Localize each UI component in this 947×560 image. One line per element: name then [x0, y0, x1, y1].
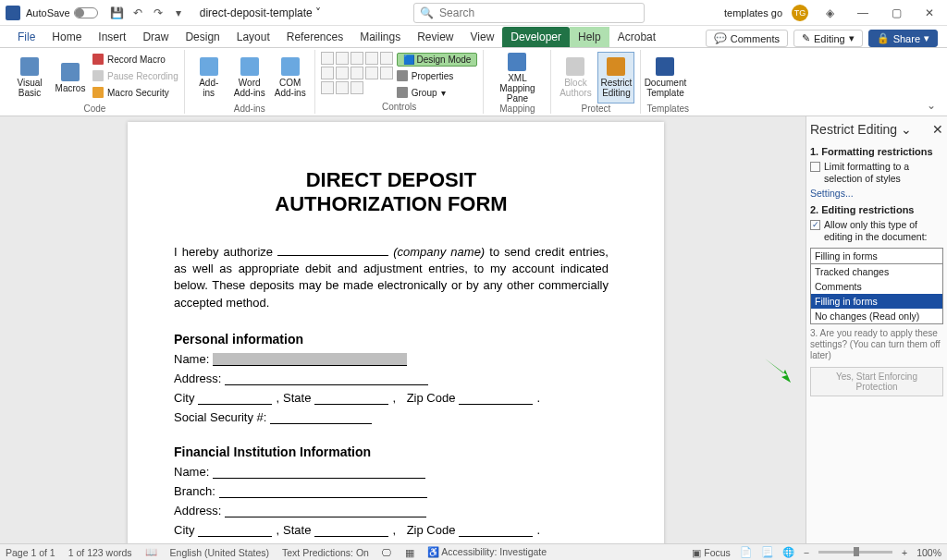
group-code: Visual Basic Macros Record Macro Pause R… — [6, 50, 185, 114]
group-button[interactable]: Group ▾ — [397, 85, 478, 100]
com-addins-button[interactable]: COM Add-ins — [272, 52, 309, 103]
tab-file[interactable]: File — [9, 27, 43, 47]
green-arrow-annotation — [763, 357, 794, 384]
diamond-icon[interactable]: ◈ — [818, 4, 842, 22]
fi-address-field[interactable] — [225, 517, 426, 517]
editing-type-dropdown[interactable]: Filling in forms▾ Tracked changes Commen… — [810, 248, 943, 324]
option-comments[interactable]: Comments — [811, 279, 942, 294]
zip-field[interactable] — [459, 404, 533, 405]
pane-dropdown-icon[interactable]: ⌄ — [901, 122, 912, 137]
limit-formatting-checkbox[interactable]: Limit formatting to a selection of style… — [810, 161, 943, 184]
tab-insert[interactable]: Insert — [90, 27, 134, 47]
toggle-switch-icon[interactable] — [74, 7, 98, 18]
addins-button[interactable]: Add- ins — [191, 52, 228, 103]
view-read-icon[interactable]: 📄 — [740, 546, 752, 558]
spellcheck-icon[interactable]: 📖 — [145, 546, 157, 558]
properties-button[interactable]: Properties — [397, 68, 478, 83]
tab-acrobat[interactable]: Acrobat — [609, 27, 664, 47]
share-button[interactable]: 🔒 Share ▾ — [868, 30, 938, 47]
address-field[interactable] — [225, 384, 428, 385]
restrict-editing-pane: Restrict Editing ⌄ ✕ 1. Formatting restr… — [806, 116, 947, 543]
focus-mode-button[interactable]: ▣ Focus — [692, 547, 731, 558]
username-label[interactable]: templates go — [724, 7, 782, 18]
name-label: Name: — [174, 352, 209, 366]
design-mode-button[interactable]: 🟦 Design Mode — [397, 53, 478, 67]
checkbox-icon[interactable] — [810, 162, 820, 172]
tab-home[interactable]: Home — [43, 27, 90, 47]
ribbon: Visual Basic Macros Record Macro Pause R… — [0, 48, 947, 116]
tab-review[interactable]: Review — [409, 27, 461, 47]
fi-state-label: State — [283, 523, 311, 537]
tab-layout[interactable]: Layout — [228, 27, 278, 47]
fi-zip-field[interactable] — [459, 536, 533, 537]
formatting-settings-link[interactable]: Settings... — [810, 188, 854, 199]
tab-references[interactable]: References — [278, 27, 351, 47]
document-template-button[interactable]: Document Template — [646, 52, 683, 103]
display-settings-icon[interactable]: 🖵 — [382, 547, 392, 558]
macro-icon[interactable]: ▦ — [405, 547, 414, 558]
personal-section-heading: Personal information — [174, 332, 609, 347]
fi-state-field[interactable] — [314, 536, 388, 537]
tab-draw[interactable]: Draw — [134, 27, 177, 47]
zoom-slider[interactable] — [818, 551, 892, 554]
city-field[interactable] — [198, 404, 272, 405]
minimize-button[interactable]: — — [851, 4, 875, 22]
accessibility-indicator[interactable]: ♿ Accessibility: Investigate — [427, 546, 547, 558]
language-indicator[interactable]: English (United States) — [170, 547, 269, 558]
close-button[interactable]: ✕ — [917, 4, 941, 22]
document-page[interactable]: DIRECT DEPOSIT AUTHORIZATION FORM I here… — [128, 122, 664, 547]
xml-mapping-button[interactable]: XML Mapping Pane — [489, 52, 545, 103]
search-input[interactable]: 🔍 Search — [413, 3, 645, 23]
branch-label: Branch: — [174, 484, 215, 498]
page-indicator[interactable]: Page 1 of 1 — [6, 547, 55, 558]
word-addins-button[interactable]: Word Add-ins — [231, 52, 268, 103]
comments-button[interactable]: 💬 Comments — [706, 30, 788, 47]
fi-city-field[interactable] — [198, 536, 272, 537]
record-macro-button[interactable]: Record Macro — [92, 52, 178, 67]
fi-name-field[interactable] — [213, 478, 425, 479]
word-count[interactable]: 1 of 123 words — [68, 547, 132, 558]
macro-security-button[interactable]: Macro Security — [92, 85, 178, 100]
autosave-toggle[interactable]: AutoSave — [26, 7, 98, 18]
group-label: Code — [11, 103, 178, 114]
branch-field[interactable] — [219, 497, 427, 498]
view-web-icon[interactable]: 🌐 — [782, 546, 794, 558]
start-enforcing-button[interactable]: Yes, Start Enforcing Protection — [810, 367, 943, 396]
option-tracked-changes[interactable]: Tracked changes — [811, 264, 942, 279]
document-filename[interactable]: direct-deposit-template ˅ — [200, 6, 321, 19]
tab-design[interactable]: Design — [177, 27, 228, 47]
controls-gallery[interactable] — [321, 52, 393, 94]
group-label: Mapping — [489, 103, 545, 114]
tab-mailings[interactable]: Mailings — [351, 27, 409, 47]
view-print-icon[interactable]: 📃 — [761, 546, 773, 558]
user-avatar[interactable]: TG — [792, 5, 808, 21]
tab-help[interactable]: Help — [570, 27, 609, 47]
qat-more-icon[interactable]: ▾ — [172, 6, 185, 19]
status-bar: Page 1 of 1 1 of 123 words 📖 English (Un… — [0, 543, 947, 560]
checkbox-checked-icon[interactable]: ✓ — [810, 220, 820, 230]
macros-button[interactable]: Macros — [52, 52, 89, 103]
apply-settings-text: 3. Are you ready to apply these settings… — [810, 328, 943, 361]
text-predictions[interactable]: Text Predictions: On — [282, 547, 369, 558]
pane-close-icon[interactable]: ✕ — [932, 122, 943, 137]
zoom-in-button[interactable]: + — [902, 547, 907, 558]
restrict-editing-button[interactable]: Restrict Editing — [597, 52, 634, 103]
group-label: Controls — [321, 102, 478, 112]
editing-mode-button[interactable]: ✎ Editing ▾ — [793, 30, 863, 47]
option-filling-forms[interactable]: Filling in forms — [811, 294, 942, 309]
undo-icon[interactable]: ↶ — [131, 6, 144, 19]
tab-developer[interactable]: Developer — [502, 27, 570, 47]
zoom-level[interactable]: 100% — [916, 547, 941, 558]
maximize-button[interactable]: ▢ — [884, 4, 908, 22]
tab-view[interactable]: View — [462, 27, 503, 47]
visual-basic-button[interactable]: Visual Basic — [11, 52, 48, 103]
redo-icon[interactable]: ↷ — [152, 6, 165, 19]
collapse-ribbon-icon[interactable]: ⌄ — [921, 97, 941, 114]
save-icon[interactable]: 💾 — [111, 6, 124, 19]
state-field[interactable] — [314, 404, 388, 405]
name-field[interactable] — [213, 353, 407, 366]
option-no-changes[interactable]: No changes (Read only) — [811, 309, 942, 323]
ssn-field[interactable] — [270, 423, 372, 424]
zoom-out-button[interactable]: − — [804, 547, 809, 558]
allow-editing-checkbox[interactable]: ✓ Allow only this type of editing in the… — [810, 219, 943, 242]
